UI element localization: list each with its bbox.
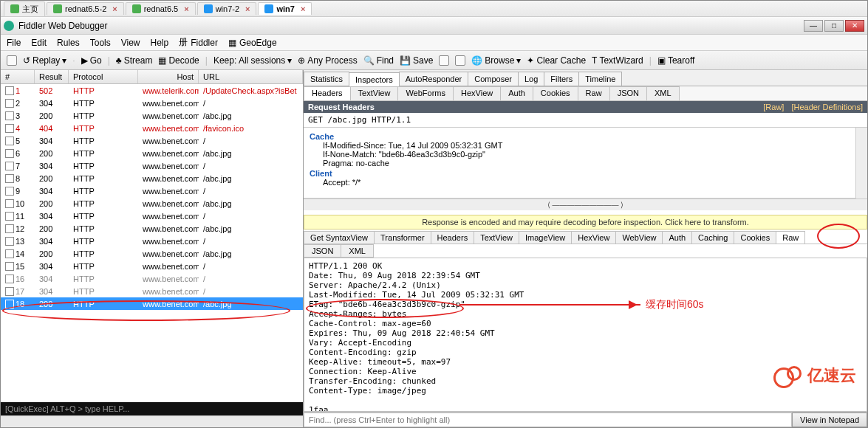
- session-row[interactable]: 17304HTTPwww.benet.com/: [1, 285, 303, 297]
- close-icon[interactable]: ×: [112, 4, 117, 13]
- close-icon[interactable]: ×: [301, 4, 305, 13]
- col-url[interactable]: URL: [199, 70, 303, 83]
- tab-timeline[interactable]: Timeline: [578, 72, 622, 86]
- session-row[interactable]: 16304HTTPwww.benet.com/: [1, 272, 303, 285]
- session-row[interactable]: 3200HTTPwww.benet.com/abc.jpg: [1, 109, 303, 122]
- tab-xml[interactable]: XML: [341, 244, 374, 258]
- raw-response-area: HTTP/1.1 200 OK Date: Thu, 09 Aug 2018 2…: [304, 258, 867, 412]
- tab-webforms[interactable]: WebForms: [397, 86, 454, 100]
- tab-auth[interactable]: Auth: [500, 86, 533, 100]
- session-row[interactable]: 2304HTTPwww.benet.com/: [1, 97, 303, 109]
- session-row[interactable]: 13304HTTPwww.benet.com/: [1, 235, 303, 247]
- find-button[interactable]: 🔍 Find: [363, 55, 394, 66]
- raw-link[interactable]: [Raw]: [763, 103, 784, 111]
- tab-icon: [264, 4, 273, 13]
- session-row[interactable]: 11304HTTPwww.benet.com/: [1, 210, 303, 222]
- timer-button[interactable]: [455, 55, 465, 66]
- session-row[interactable]: 1502HTTPwww.telerik.com/UpdateCheck.aspx…: [1, 84, 303, 97]
- header-defs-link[interactable]: [Header Definitions]: [791, 103, 863, 111]
- session-row[interactable]: 4404HTTPwww.benet.com/favicon.ico: [1, 122, 303, 134]
- tab-get-syntaxview[interactable]: Get SyntaxView: [304, 231, 375, 244]
- session-row[interactable]: 8200HTTPwww.benet.com/abc.jpg: [1, 172, 303, 184]
- session-row[interactable]: 14200HTTPwww.benet.com/abc.jpg: [1, 247, 303, 260]
- textwizard-button[interactable]: T TextWizard: [592, 55, 643, 66]
- tab-raw[interactable]: Raw: [776, 231, 805, 244]
- maximize-button[interactable]: □: [824, 20, 844, 32]
- comment-button[interactable]: [7, 55, 17, 66]
- tab-webview[interactable]: WebView: [615, 231, 663, 244]
- stream-button[interactable]: ♣ Stream: [116, 55, 153, 66]
- tab-headers[interactable]: Headers: [431, 231, 475, 244]
- tab-xml[interactable]: XML: [646, 86, 680, 100]
- request-first-line: GET /abc.jpg HTTP/1.1: [304, 113, 867, 128]
- keep-dropdown[interactable]: Keep: All sessions ▾: [213, 55, 292, 66]
- request-headers-body: Cache If-Modified-Since: Tue, 14 Jul 200…: [304, 128, 855, 199]
- tab-statistics[interactable]: Statistics: [304, 72, 349, 86]
- session-row[interactable]: 12200HTTPwww.benet.com/abc.jpg: [1, 222, 303, 235]
- replay-button[interactable]: ↺ Replay ▾: [23, 55, 66, 66]
- save-button[interactable]: 💾 Save: [400, 55, 433, 66]
- close-button[interactable]: ✕: [845, 20, 864, 32]
- session-row[interactable]: 10200HTTPwww.benet.com/abc.jpg: [1, 197, 303, 210]
- decode-button[interactable]: ▦ Decode: [158, 55, 199, 66]
- transform-notice[interactable]: Response is encoded and may require deco…: [304, 215, 867, 229]
- menu-help[interactable]: Help: [151, 38, 169, 48]
- col-host[interactable]: Host: [138, 70, 199, 83]
- col-id[interactable]: #: [1, 70, 35, 83]
- tab-auth[interactable]: Auth: [662, 231, 692, 244]
- close-icon[interactable]: ×: [245, 4, 250, 13]
- menu-rules[interactable]: Rules: [57, 38, 80, 48]
- clear-cache-button[interactable]: ✦ Clear Cache: [527, 55, 586, 66]
- session-row[interactable]: 9304HTTPwww.benet.com/: [1, 184, 303, 197]
- tab-cookies[interactable]: Cookies: [734, 231, 776, 244]
- tab-raw[interactable]: Raw: [578, 86, 610, 100]
- tab-hexview[interactable]: HexView: [453, 86, 501, 100]
- tab-textview[interactable]: TextView: [474, 231, 519, 244]
- menu-edit[interactable]: Edit: [31, 38, 47, 48]
- session-row[interactable]: 18200HTTPwww.benet.com/abc.jpg: [1, 297, 303, 310]
- scrollbar[interactable]: [855, 128, 867, 199]
- col-result[interactable]: Result: [35, 70, 69, 83]
- tab-textview[interactable]: TextView: [350, 86, 399, 100]
- tab-json[interactable]: JSON: [304, 244, 341, 258]
- ext-tab[interactable]: 主页: [4, 1, 45, 16]
- tab-hexview[interactable]: HexView: [571, 231, 616, 244]
- go-button[interactable]: ▶ Go: [81, 55, 102, 66]
- menu-view[interactable]: View: [121, 38, 140, 48]
- tab-autoresponder[interactable]: AutoResponder: [399, 72, 468, 86]
- browse-button[interactable]: 🌐 Browse ▾: [471, 55, 521, 66]
- sessions-list[interactable]: 1502HTTPwww.telerik.com/UpdateCheck.aspx…: [1, 84, 303, 402]
- tab-headers[interactable]: Headers: [304, 86, 351, 100]
- quickexec[interactable]: [QuickExec] ALT+Q > type HELP...: [1, 402, 303, 415]
- tab-cookies[interactable]: Cookies: [533, 86, 578, 100]
- tab-inspectors[interactable]: Inspectors: [349, 72, 400, 86]
- tearoff-button[interactable]: ▣ Tearoff: [657, 55, 694, 66]
- ext-tab[interactable]: rednat6.5-2×: [47, 2, 124, 15]
- session-row[interactable]: 15304HTTPwww.benet.com/: [1, 260, 303, 272]
- screenshot-button[interactable]: [439, 55, 449, 66]
- session-row[interactable]: 6200HTTPwww.benet.com/abc.jpg: [1, 147, 303, 159]
- col-protocol[interactable]: Protocol: [69, 70, 138, 83]
- tab-caching[interactable]: Caching: [691, 231, 734, 244]
- menu-geoedge[interactable]: ▦ GeoEdge: [228, 38, 277, 48]
- minimize-button[interactable]: —: [804, 20, 823, 32]
- ext-tab[interactable]: rednat6.5×: [126, 2, 196, 15]
- menu-file[interactable]: File: [7, 38, 21, 48]
- session-row[interactable]: 5304HTTPwww.benet.com/: [1, 134, 303, 147]
- menu-tools[interactable]: Tools: [90, 38, 111, 48]
- ext-tab[interactable]: win7×: [258, 2, 312, 15]
- tab-transformer[interactable]: Transformer: [374, 231, 431, 244]
- find-input[interactable]: [304, 413, 792, 427]
- close-icon[interactable]: ×: [184, 4, 188, 13]
- tab-json[interactable]: JSON: [609, 86, 647, 100]
- tab-composer[interactable]: Composer: [468, 72, 519, 86]
- menu-fiddler[interactable]: 册 Fiddler: [179, 36, 218, 49]
- session-row[interactable]: 7304HTTPwww.benet.com/: [1, 159, 303, 172]
- tab-log[interactable]: Log: [518, 72, 544, 86]
- ext-tab[interactable]: win7-2×: [197, 2, 257, 15]
- tab-imageview[interactable]: ImageView: [519, 231, 572, 244]
- h-scrollbar[interactable]: ⟨ ――――――――― ⟩: [304, 199, 867, 210]
- any-process-button[interactable]: ⊕ Any Process: [298, 55, 357, 66]
- tab-filters[interactable]: Filters: [544, 72, 579, 86]
- view-notepad-button[interactable]: View in Notepad: [792, 413, 867, 427]
